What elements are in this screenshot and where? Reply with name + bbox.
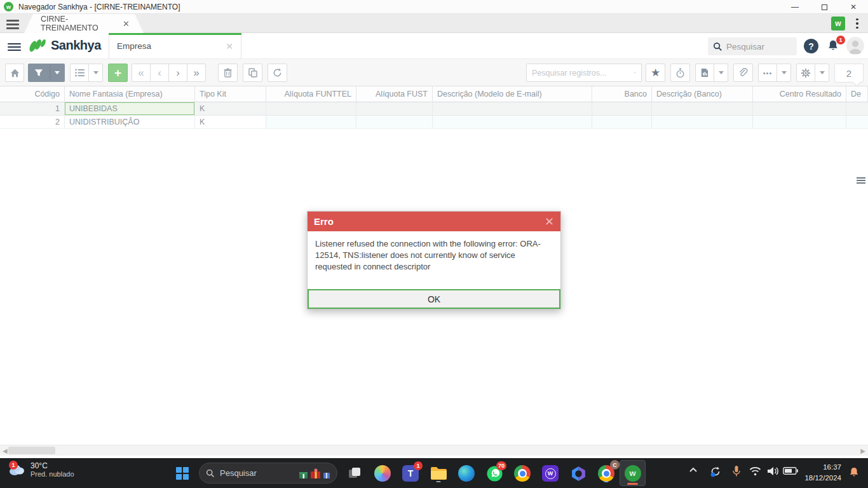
column-header[interactable]: Centro Resultado	[753, 86, 846, 102]
sankhya-taskbar-button[interactable]: w	[620, 460, 646, 486]
whatsapp-button[interactable]: 70	[485, 464, 504, 483]
global-search-input[interactable]	[726, 42, 790, 51]
minimize-button[interactable]: —	[780, 0, 810, 14]
m365-button[interactable]	[569, 464, 588, 483]
cell-nome-fantasia-selected[interactable]: UNIBEBIDAS	[65, 102, 195, 115]
cell[interactable]	[356, 102, 433, 115]
table-row[interactable]: 1 UNIBEBIDAS K	[0, 102, 868, 116]
prev-page-button[interactable]: ‹	[150, 64, 169, 82]
cell[interactable]	[846, 116, 868, 128]
help-button[interactable]: ?	[804, 39, 818, 53]
delete-button[interactable]	[218, 64, 238, 82]
scroll-right-icon[interactable]: ▶	[860, 447, 865, 454]
column-header[interactable]: Descrição (Banco)	[652, 86, 753, 102]
tabstrip-menu-icon[interactable]	[6, 18, 19, 31]
tab-close-icon[interactable]: ✕	[123, 19, 130, 29]
settings-button[interactable]	[796, 64, 815, 82]
cell[interactable]	[652, 116, 753, 128]
sankhya-w-button[interactable]: w	[831, 17, 845, 30]
taskbar-search[interactable]: Pesquisar	[199, 463, 337, 484]
column-header[interactable]: Nome Fantasia (Empresa)	[65, 86, 195, 102]
view-list-button[interactable]	[70, 64, 89, 82]
favorite-button[interactable]: ★	[646, 64, 665, 82]
copilot-button[interactable]	[373, 464, 392, 483]
tray-chevron-icon[interactable]	[689, 466, 698, 473]
main-menu-icon[interactable]	[8, 41, 21, 53]
global-search[interactable]	[708, 37, 797, 55]
cell[interactable]	[592, 116, 652, 128]
horizontal-scrollbar[interactable]: ◀ ▶	[0, 445, 868, 456]
cell[interactable]	[356, 116, 433, 128]
close-button[interactable]: ✕	[839, 0, 868, 14]
cell[interactable]	[266, 102, 356, 115]
user-avatar[interactable]	[846, 37, 864, 55]
module-tab-close-icon[interactable]: ✕	[226, 41, 233, 51]
cell[interactable]	[266, 116, 356, 128]
column-header[interactable]: Código	[0, 86, 65, 102]
tab-cirne-treinamento[interactable]: CIRNE-TREINAMENTO ✕	[24, 14, 144, 33]
weather-widget[interactable]: 1 30°C Pred. nublado	[8, 461, 74, 478]
refresh-button[interactable]	[268, 64, 287, 82]
sankhya-logo[interactable]: Sankhya	[28, 36, 101, 54]
file-explorer-button[interactable]	[429, 464, 448, 483]
more-actions-dropdown[interactable]	[776, 64, 791, 82]
ok-button[interactable]: OK	[308, 289, 560, 309]
add-record-button[interactable]: +	[108, 64, 128, 82]
cell-codigo[interactable]: 2	[0, 116, 65, 128]
edge-button[interactable]	[457, 464, 476, 483]
records-search[interactable]	[526, 64, 642, 82]
cell-codigo[interactable]: 1	[0, 102, 65, 115]
tray-sync-icon[interactable]	[709, 465, 722, 478]
chrome-button[interactable]	[513, 464, 532, 483]
notifications-button[interactable]: 1	[826, 39, 841, 54]
cell[interactable]	[433, 116, 592, 128]
view-dropdown[interactable]	[88, 64, 103, 82]
filter-button[interactable]	[28, 64, 50, 82]
start-button[interactable]	[173, 464, 192, 483]
cell-nome-fantasia[interactable]: UNIDISTRIBUIÇÃO	[65, 116, 195, 128]
column-header[interactable]: Descrição (Modelo de E-mail)	[433, 86, 592, 102]
cell[interactable]	[753, 102, 846, 115]
column-header[interactable]: Alíquota FUNTTEL	[266, 86, 356, 102]
workplace-button[interactable]: W	[541, 464, 560, 483]
error-dialog-close-icon[interactable]: ✕	[545, 216, 554, 227]
cell-tipo-kit[interactable]: K	[195, 116, 266, 128]
settings-dropdown[interactable]	[815, 64, 829, 82]
column-chooser-icon[interactable]	[857, 176, 867, 185]
column-header[interactable]: De	[846, 86, 868, 102]
cell[interactable]	[753, 116, 846, 128]
records-search-input[interactable]	[532, 69, 634, 78]
column-header[interactable]: Tipo Kit	[195, 86, 266, 102]
cell[interactable]	[592, 102, 652, 115]
next-page-button[interactable]: ›	[168, 64, 187, 82]
more-actions-button[interactable]: •••	[758, 64, 777, 82]
tray-microphone-icon[interactable]	[732, 465, 741, 477]
first-page-button[interactable]: «	[132, 64, 151, 82]
tray-battery-icon[interactable]	[783, 467, 798, 475]
table-row[interactable]: 2 UNIDISTRIBUIÇÃO K	[0, 116, 868, 129]
scrollbar-thumb[interactable]	[8, 447, 55, 454]
cell-tipo-kit[interactable]: K	[195, 102, 266, 115]
report-button[interactable]	[695, 64, 714, 82]
tray-wifi-icon[interactable]	[749, 466, 761, 476]
last-page-button[interactable]: »	[187, 64, 206, 82]
timer-button[interactable]	[670, 64, 690, 82]
attachment-button[interactable]	[733, 64, 753, 82]
home-button[interactable]	[5, 64, 24, 82]
scroll-left-icon[interactable]: ◀	[3, 447, 8, 454]
notification-center-button[interactable]	[848, 466, 860, 479]
chrome-profile-button[interactable]: C	[597, 464, 616, 483]
taskbar-clock[interactable]: 16:37 18/12/2024	[804, 462, 841, 484]
report-dropdown[interactable]	[714, 64, 728, 82]
task-view-button[interactable]	[345, 464, 364, 483]
filter-dropdown[interactable]	[50, 64, 65, 82]
duplicate-button[interactable]	[243, 64, 262, 82]
cell[interactable]	[433, 102, 592, 115]
module-tab-empresa[interactable]: Empresa ✕	[109, 33, 241, 59]
tray-volume-icon[interactable]	[767, 466, 779, 477]
cell[interactable]	[652, 102, 753, 115]
column-header[interactable]: Banco	[592, 86, 652, 102]
teams-button[interactable]: T 1	[401, 464, 420, 483]
column-header[interactable]: Alíquota FUST	[356, 86, 433, 102]
cell[interactable]	[846, 102, 868, 115]
